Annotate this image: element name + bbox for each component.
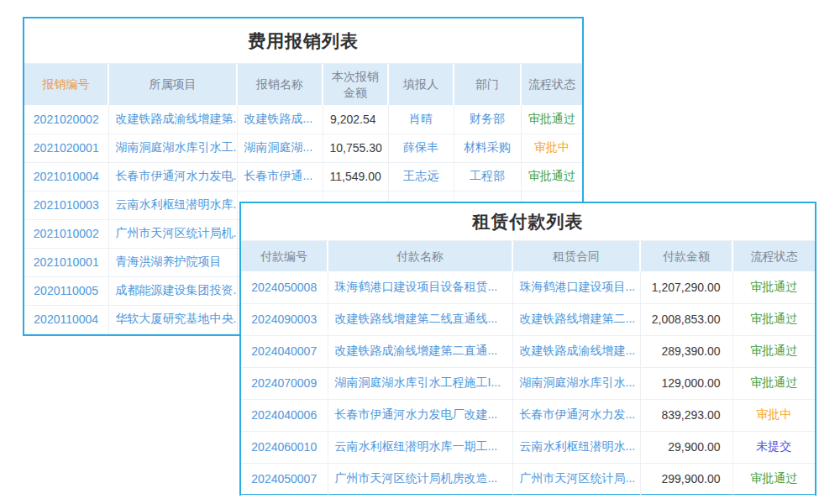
payment-amount-cell: 129,000.00 [640, 367, 732, 399]
expense-name-link[interactable]: 长春市伊通... [237, 162, 323, 191]
expense-amount-cell: 11,549.00 [323, 162, 388, 191]
project-name-link[interactable]: 广州市天河区统计局机... [108, 219, 237, 248]
project-name-link[interactable]: 改建铁路成渝线增建第... [108, 105, 237, 134]
expense-list-title: 费用报销列表 [24, 18, 582, 64]
payment-amount-cell: 839,293.00 [640, 399, 732, 431]
project-name-link[interactable]: 云南水利枢纽潜明水库... [108, 191, 237, 219]
column-header-amount[interactable]: 本次报销金额 [323, 64, 388, 105]
payment-status-badge: 审批通过 [732, 463, 815, 495]
column-header-department[interactable]: 部门 [454, 64, 521, 105]
reimburse-id-link[interactable]: 2020110004 [24, 305, 108, 333]
expense-name-link[interactable]: 湖南洞庭湖... [237, 134, 323, 162]
department-cell: 材料采购 [454, 134, 521, 162]
reporter-link[interactable]: 薛保丰 [388, 134, 454, 162]
payment-amount-cell: 289,390.00 [640, 335, 732, 367]
payment-status-badge: 审批通过 [732, 335, 815, 367]
column-header-status[interactable]: 流程状态 [521, 64, 582, 105]
contract-link[interactable]: 改建铁路成渝线增建... [512, 335, 640, 367]
payment-id-link[interactable]: 2024050008 [241, 271, 328, 303]
payment-name-link[interactable]: 珠海鹤港口建设项目设备租赁... [328, 271, 512, 303]
payment-table-row[interactable]: 2024070009 湖南洞庭湖水库引水工程施工I... 湖南洞庭湖水库引水..… [241, 367, 815, 399]
payment-id-link[interactable]: 2024060010 [241, 431, 328, 463]
payment-id-link[interactable]: 2024040006 [241, 399, 328, 431]
expense-amount-cell: 10,755.30 [323, 134, 388, 162]
reimburse-id-link[interactable]: 2021010004 [24, 162, 108, 191]
payment-id-link[interactable]: 2024090003 [241, 303, 328, 335]
payment-amount-cell: 1,207,290.00 [640, 271, 732, 303]
column-header-payment-id[interactable]: 付款编号 [241, 241, 328, 271]
payment-name-link[interactable]: 湖南洞庭湖水库引水工程施工I... [328, 367, 512, 399]
payment-name-link[interactable]: 长春市伊通河水力发电厂改建... [328, 399, 512, 431]
project-name-link[interactable]: 湖南洞庭湖水库引水工... [108, 134, 237, 162]
expense-status-badge: 审批通过 [521, 105, 582, 134]
reimburse-id-link[interactable]: 2021020001 [24, 134, 108, 162]
payment-table-row[interactable]: 2024060010 云南水利枢纽潜明水库一期工... 云南水利枢纽潜明水...… [241, 431, 815, 463]
payment-table: 付款编号 付款名称 租赁合同 付款金额 流程状态 2024050008 珠海鹤港… [241, 241, 815, 496]
contract-link[interactable]: 湖南洞庭湖水库引水... [512, 367, 640, 399]
reporter-link[interactable]: 肖晴 [388, 105, 454, 134]
payment-id-link[interactable]: 2024040007 [241, 335, 328, 367]
payment-amount-cell: 299,900.00 [640, 463, 732, 495]
expense-status-badge: 审批通过 [521, 162, 582, 191]
payment-name-link[interactable]: 改建铁路成渝线增建第二直通... [328, 335, 512, 367]
payment-name-link[interactable]: 广州市天河区统计局机房改造... [328, 463, 512, 495]
payment-table-row[interactable]: 2024040007 改建铁路成渝线增建第二直通... 改建铁路成渝线增建...… [241, 335, 815, 367]
expense-table-row[interactable]: 2021020001 湖南洞庭湖水库引水工... 湖南洞庭湖... 10,755… [24, 134, 582, 162]
reimburse-id-link[interactable]: 2021010001 [24, 248, 108, 276]
project-name-link[interactable]: 长春市伊通河水力发电... [108, 162, 237, 191]
payment-amount-cell: 29,900.00 [640, 431, 732, 463]
contract-link[interactable]: 云南水利枢纽潜明水... [512, 431, 640, 463]
payment-status-badge: 审批通过 [732, 303, 815, 335]
column-header-project[interactable]: 所属项目 [108, 64, 237, 105]
lease-payment-panel: 租赁付款列表 付款编号 付款名称 租赁合同 付款金额 流程状态 20240500… [239, 202, 816, 496]
expense-amount-cell: 9,202.54 [323, 105, 388, 134]
reimburse-id-link[interactable]: 2021010002 [24, 219, 108, 248]
payment-header-row: 付款编号 付款名称 租赁合同 付款金额 流程状态 [241, 241, 815, 271]
contract-link[interactable]: 珠海鹤港口建设项目... [512, 271, 640, 303]
payment-status-badge: 审批通过 [732, 271, 815, 303]
payment-id-link[interactable]: 2024070009 [241, 367, 328, 399]
project-name-link[interactable]: 青海洪湖养护院项目 [108, 248, 237, 276]
project-name-link[interactable]: 华软大厦研究基地中央... [108, 305, 237, 333]
contract-link[interactable]: 改建铁路线增建第二... [512, 303, 640, 335]
payment-table-row[interactable]: 2024050007 广州市天河区统计局机房改造... 广州市天河区统计局...… [241, 463, 815, 495]
expense-status-badge: 审批中 [521, 134, 582, 162]
column-header-expense-name[interactable]: 报销名称 [237, 64, 323, 105]
reimburse-id-link[interactable]: 2021010003 [24, 191, 108, 219]
payment-status-badge: 未提交 [732, 431, 815, 463]
column-header-contract[interactable]: 租赁合同 [512, 241, 640, 271]
department-cell: 财务部 [454, 105, 521, 134]
column-header-payment-name[interactable]: 付款名称 [328, 241, 512, 271]
column-header-payment-amount[interactable]: 付款金额 [640, 241, 732, 271]
payment-name-link[interactable]: 改建铁路线增建第二线直通线... [328, 303, 512, 335]
payment-name-link[interactable]: 云南水利枢纽潜明水库一期工... [328, 431, 512, 463]
column-header-payment-status[interactable]: 流程状态 [732, 241, 815, 271]
column-header-reimburse-id[interactable]: 报销编号 [24, 64, 108, 105]
payment-amount-cell: 2,008,853.00 [640, 303, 732, 335]
payment-status-badge: 审批通过 [732, 367, 815, 399]
payment-list-title: 租赁付款列表 [241, 203, 815, 241]
column-header-reporter[interactable]: 填报人 [388, 64, 454, 105]
reimburse-id-link[interactable]: 2021020002 [24, 105, 108, 134]
expense-name-link[interactable]: 改建铁路成... [237, 105, 323, 134]
expense-table-row[interactable]: 2021020002 改建铁路成渝线增建第... 改建铁路成... 9,202.… [24, 105, 582, 134]
reimburse-id-link[interactable]: 2020110005 [24, 276, 108, 305]
payment-table-row[interactable]: 2024090003 改建铁路线增建第二线直通线... 改建铁路线增建第二...… [241, 303, 815, 335]
contract-link[interactable]: 广州市天河区统计局... [512, 463, 640, 495]
expense-table-row[interactable]: 2021010004 长春市伊通河水力发电... 长春市伊通... 11,549… [24, 162, 582, 191]
reporter-link[interactable]: 王志远 [388, 162, 454, 191]
contract-link[interactable]: 长春市伊通河水力发... [512, 399, 640, 431]
project-name-link[interactable]: 成都能源建设集团投资... [108, 276, 237, 305]
department-cell: 工程部 [454, 162, 521, 191]
expense-header-row: 报销编号 所属项目 报销名称 本次报销金额 填报人 部门 流程状态 [24, 64, 582, 105]
payment-table-row[interactable]: 2024040006 长春市伊通河水力发电厂改建... 长春市伊通河水力发...… [241, 399, 815, 431]
payment-id-link[interactable]: 2024050007 [241, 463, 328, 495]
payment-status-badge: 审批中 [732, 399, 815, 431]
payment-table-row[interactable]: 2024050008 珠海鹤港口建设项目设备租赁... 珠海鹤港口建设项目...… [241, 271, 815, 303]
